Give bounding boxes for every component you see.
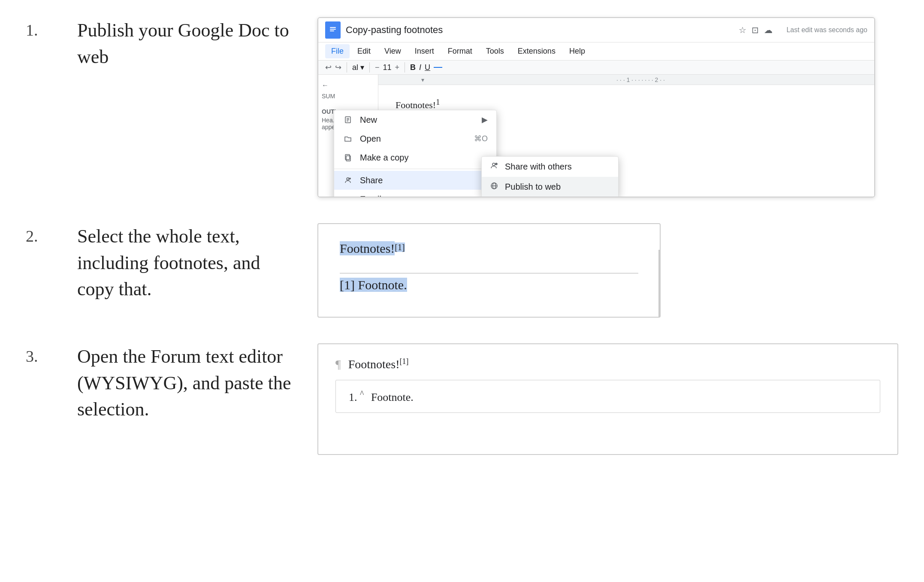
font-size-value: 11 bbox=[383, 63, 392, 72]
italic-button[interactable]: I bbox=[419, 63, 421, 72]
step-1-number: 1. bbox=[26, 17, 51, 39]
step-2-content: Footnotes![1] [1] Footnote. bbox=[317, 223, 898, 318]
star-icon[interactable]: ☆ bbox=[739, 25, 746, 35]
gdocs-title: Copy-pasting footnotes bbox=[346, 24, 734, 36]
heading-text: Hea... bbox=[322, 117, 374, 124]
selected-ref: [1] bbox=[395, 242, 405, 252]
svg-rect-13 bbox=[345, 197, 351, 197]
svg-rect-3 bbox=[330, 30, 334, 31]
gdocs-body: ← SUM OUTL Hea... appe... ▾ · · · 1 · · … bbox=[318, 75, 874, 197]
doc-preview-box: Footnotes![1] [1] Footnote. bbox=[317, 223, 661, 318]
caret-symbol: ^ bbox=[360, 389, 364, 398]
step-3-number: 3. bbox=[26, 343, 51, 366]
forum-main-text: Footnotes! bbox=[348, 358, 400, 371]
menu-format[interactable]: Format bbox=[442, 44, 478, 58]
forum-content-area: ¶ Footnotes![1] bbox=[335, 357, 880, 371]
menu-edit[interactable]: Edit bbox=[351, 44, 377, 58]
folder-icon[interactable]: ⊡ bbox=[752, 25, 759, 35]
forum-sup-ref: [1] bbox=[399, 357, 408, 366]
sum-label: SUM bbox=[322, 93, 374, 100]
heading-text-2: appe... bbox=[322, 124, 374, 130]
bold-button[interactable]: B bbox=[410, 63, 416, 72]
redo-icon[interactable]: ↪ bbox=[335, 63, 341, 72]
footnote-sup: 1 bbox=[436, 98, 440, 106]
menu-tools[interactable]: Tools bbox=[480, 44, 510, 58]
gdocs-toolbar: ↩ ↪ al ▾ − 11 + B I U bbox=[318, 61, 874, 75]
forum-footnote-box: 1. ^ Footnote. bbox=[335, 380, 880, 413]
step-3: 3. Open the Forum text editor (WYSIWYG),… bbox=[26, 343, 898, 455]
step-2-number: 2. bbox=[26, 223, 51, 246]
gdocs-sidebar: ← SUM OUTL Hea... appe... bbox=[318, 75, 378, 197]
last-edit-text: Last edit was seconds ago bbox=[786, 26, 867, 34]
underline-button[interactable]: U bbox=[425, 63, 430, 72]
svg-rect-2 bbox=[330, 29, 336, 30]
step-2: 2. Select the whole text, including foot… bbox=[26, 223, 898, 318]
ruler-mark-center: · · · 1 · · · · · · · 2 · · bbox=[424, 76, 857, 83]
forum-footnote-number: 1. bbox=[349, 391, 357, 403]
more-toolbar bbox=[434, 67, 442, 68]
ruler: ▾ · · · 1 · · · · · · · 2 · · bbox=[378, 75, 874, 85]
step-3-text: Open the Forum text editor (WYSIWYG), an… bbox=[77, 343, 292, 423]
forum-footnote-text: Footnote. bbox=[371, 391, 414, 403]
svg-rect-0 bbox=[328, 24, 338, 36]
step-2-text: Select the whole text, including footnot… bbox=[77, 223, 292, 303]
selected-footnote: [1] Footnote. bbox=[340, 278, 407, 292]
gdocs-main-area: ▾ · · · 1 · · · · · · · 2 · · Footnotes!… bbox=[378, 75, 874, 197]
step-3-content: ¶ Footnotes![1] 1. ^ Footnote. bbox=[317, 343, 898, 455]
font-size-increase[interactable]: + bbox=[395, 63, 400, 72]
outline-label: OUTL bbox=[322, 108, 374, 115]
pilcrow-symbol: ¶ bbox=[335, 358, 341, 371]
cloud-icon[interactable]: ☁ bbox=[764, 25, 773, 35]
gdocs-title-icons: ☆ ⊡ ☁ bbox=[739, 25, 773, 35]
selected-main-text: Footnotes! bbox=[340, 241, 395, 255]
gdocs-menubar: File Edit View Insert Format Tools Exten… bbox=[318, 42, 874, 61]
footnote-line: [1] Footnote. bbox=[340, 273, 638, 292]
gdocs-editor: Footnotes!1 bbox=[378, 85, 874, 197]
editor-content: Footnotes!1 bbox=[396, 98, 857, 111]
scroll-indicator bbox=[658, 250, 660, 317]
sidebar-back-btn[interactable]: ← bbox=[322, 82, 374, 89]
toolbar-sep-2 bbox=[369, 62, 370, 73]
toolbar-sep-3 bbox=[405, 62, 405, 73]
font-select[interactable]: al ▾ bbox=[352, 63, 364, 72]
undo-icon[interactable]: ↩ bbox=[325, 63, 332, 72]
toolbar-sep-1 bbox=[347, 62, 347, 73]
menu-insert[interactable]: Insert bbox=[409, 44, 440, 58]
font-size-decrease[interactable]: − bbox=[375, 63, 380, 72]
menu-view[interactable]: View bbox=[378, 44, 407, 58]
page-layout: 1. Publish your Google Doc to web Copy-p… bbox=[26, 17, 898, 455]
step2-main-line: Footnotes![1] bbox=[340, 241, 638, 256]
step-1-text: Publish your Google Doc to web bbox=[77, 17, 292, 70]
gdocs-titlebar: Copy-pasting footnotes ☆ ⊡ ☁ Last edit w… bbox=[318, 18, 874, 42]
ruler-mark-1: ▾ bbox=[421, 76, 424, 83]
menu-extensions[interactable]: Extensions bbox=[512, 44, 562, 58]
step-1-content: Copy-pasting footnotes ☆ ⊡ ☁ Last edit w… bbox=[317, 17, 898, 197]
gdocs-window: Copy-pasting footnotes ☆ ⊡ ☁ Last edit w… bbox=[317, 17, 875, 197]
menu-file[interactable]: File bbox=[325, 44, 350, 58]
gdocs-doc-icon bbox=[325, 21, 341, 39]
svg-rect-1 bbox=[330, 27, 336, 28]
step-1: 1. Publish your Google Doc to web Copy-p… bbox=[26, 17, 898, 197]
menu-help[interactable]: Help bbox=[563, 44, 591, 58]
forum-editor-box: ¶ Footnotes![1] 1. ^ Footnote. bbox=[317, 343, 898, 455]
